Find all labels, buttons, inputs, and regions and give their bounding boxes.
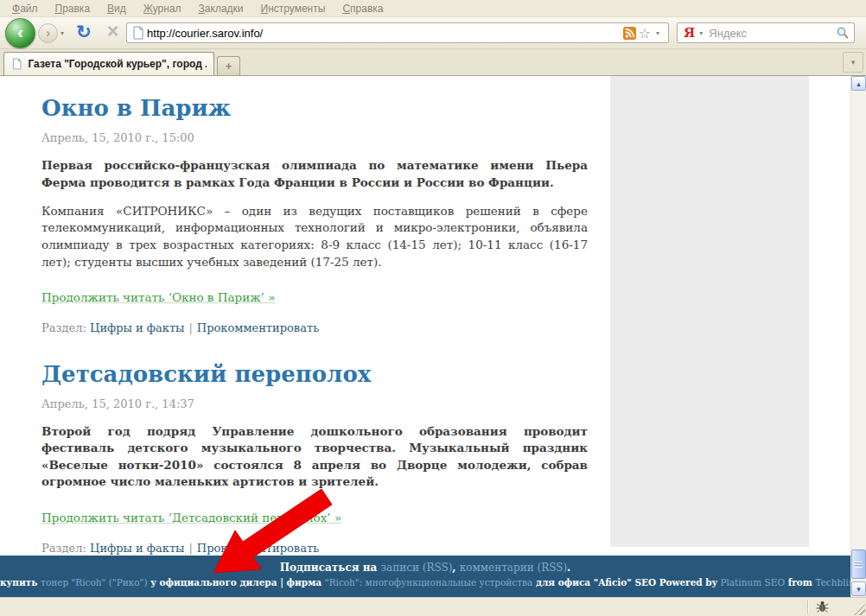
read-more-link[interactable]: Продолжить читать ‘Окно в Париж’ » xyxy=(41,290,275,304)
tab-active[interactable]: Газета "Городской курьер", город ... xyxy=(3,52,214,75)
meta-separator: | xyxy=(184,542,196,555)
back-icon: ‹ xyxy=(17,22,23,42)
article-date: Апрель, 15, 2010 г., 14:37 xyxy=(41,397,588,410)
tab-page-icon xyxy=(11,58,22,70)
footer-link-posts-rss[interactable]: записи (RSS) xyxy=(380,562,452,574)
footer-text: . xyxy=(567,562,570,574)
scroll-down-icon: ▾ xyxy=(856,585,861,594)
article-meta: Раздел: Цифры и факты|Прокомментировать xyxy=(41,321,588,334)
article: Окно в Париж Апрель, 15, 2010 г., 15:00 … xyxy=(41,95,588,334)
stop-button[interactable]: × xyxy=(99,20,126,43)
footer-link-comments-rss[interactable]: комментарии (RSS) xyxy=(460,562,567,574)
article: Детсадовский переполох Апрель, 15, 2010 … xyxy=(41,361,588,555)
footer-text: from xyxy=(785,577,815,587)
scroll-up-button[interactable]: ▴ xyxy=(851,76,866,91)
footer-text: у официального дилера | фирма xyxy=(148,577,325,587)
comment-link[interactable]: Прокомментировать xyxy=(197,542,319,555)
scroll-up-icon: ▴ xyxy=(856,79,861,88)
chevron-down-icon: ▾ xyxy=(851,58,856,67)
status-bar xyxy=(0,597,866,616)
page-icon xyxy=(131,26,145,40)
article-title-link[interactable]: Окно в Париж xyxy=(41,95,588,122)
section-label: Раздел: xyxy=(41,542,86,555)
menu-item-edit[interactable]: Правка xyxy=(47,1,99,16)
forward-icon: › xyxy=(46,26,50,40)
footer-text: купить xyxy=(0,577,41,587)
article-meta: Раздел: Цифры и факты|Прокомментировать xyxy=(41,542,588,555)
section-link[interactable]: Цифры и факты xyxy=(90,321,184,334)
read-more-link[interactable]: Продолжить читать ‘Детсадовский переполо… xyxy=(41,511,341,524)
navigation-toolbar: ‹ › ▾ ↻ × ☆ ▾ Я ▾ xyxy=(0,17,866,49)
vertical-scrollbar[interactable]: ▴ ▾ xyxy=(850,76,866,597)
article-date: Апрель, 15, 2010 г., 15:00 xyxy=(41,131,588,144)
menu-item-view[interactable]: Вид xyxy=(99,1,135,16)
article-title-link[interactable]: Детсадовский переполох xyxy=(41,361,588,388)
comment-link[interactable]: Прокомментировать xyxy=(197,321,319,334)
footer-link-techblissonline[interactable]: Techblissonline xyxy=(815,577,850,587)
bookmark-star-icon[interactable]: ☆ xyxy=(636,25,653,41)
footer-subscribe-line: Подписаться на записи (RSS), комментарии… xyxy=(0,562,850,575)
bookmark-dropdown-icon[interactable]: ▾ xyxy=(653,29,664,37)
article-body: Компания «СИТРОНИКС» – один из ведущих п… xyxy=(41,203,588,270)
scrollbar-thumb[interactable] xyxy=(851,549,866,579)
menu-item-history[interactable]: Журнал xyxy=(135,1,190,16)
menu-bar: Файл Правка Вид Журнал Закладки Инструме… xyxy=(0,0,866,17)
tab-list-dropdown-button[interactable]: ▾ xyxy=(843,52,863,73)
menu-item-file[interactable]: Файл xyxy=(3,1,47,16)
article-lead: Первая российско-французская олимпиада п… xyxy=(41,157,588,191)
section-label: Раздел: xyxy=(41,321,86,334)
url-input[interactable] xyxy=(145,26,623,41)
article-lead: Второй год подряд Управление дошкольного… xyxy=(41,423,588,491)
section-link[interactable]: Цифры и факты xyxy=(90,542,184,555)
site-footer: Подписаться на записи (RSS), комментарии… xyxy=(0,556,850,597)
yandex-logo-icon: Я xyxy=(682,25,697,41)
search-engine-dropdown-icon[interactable]: ▾ xyxy=(697,29,707,37)
search-magnifier-icon[interactable] xyxy=(836,26,850,40)
footer-link-ricoh[interactable]: "Ricoh": многофункциональные устройства xyxy=(325,577,532,587)
menu-item-help[interactable]: Справка xyxy=(334,1,392,16)
tab-bar: Газета "Городской курьер", город ... + ▾ xyxy=(0,49,866,76)
footer-text: , xyxy=(452,562,459,574)
window-resize-grip[interactable] xyxy=(854,604,865,615)
back-button[interactable]: ‹ xyxy=(5,18,35,48)
search-box[interactable]: Я ▾ xyxy=(677,22,855,43)
footer-text: Подписаться на xyxy=(280,562,381,574)
status-divider xyxy=(807,600,809,613)
menu-item-bookmarks[interactable]: Закладки xyxy=(190,1,252,16)
menu-item-tools[interactable]: Инструменты xyxy=(252,1,334,16)
page-viewport: Окно в Париж Апрель, 15, 2010 г., 15:00 … xyxy=(0,76,850,597)
address-bar[interactable]: ☆ ▾ xyxy=(126,22,669,43)
footer-link-platinum-seo[interactable]: Platinum SEO xyxy=(720,577,785,587)
plus-icon: + xyxy=(226,60,232,73)
footer-credits-line: купить тонер "Ricoh" ("Рико") у официаль… xyxy=(0,576,850,589)
footer-text: для офиса "Aficio" SEO Powered by xyxy=(532,577,720,587)
new-tab-button[interactable]: + xyxy=(217,56,240,75)
reload-button[interactable]: ↻ xyxy=(68,22,99,42)
article-list: Окно в Париж Апрель, 15, 2010 г., 15:00 … xyxy=(41,76,588,597)
extension-bug-icon[interactable] xyxy=(815,600,830,614)
scroll-down-button[interactable]: ▾ xyxy=(851,581,866,596)
search-input[interactable] xyxy=(707,26,836,41)
sidebar-placeholder xyxy=(610,76,809,547)
history-dropdown-icon[interactable]: ▾ xyxy=(58,29,68,37)
forward-button[interactable]: › xyxy=(38,23,58,43)
tab-title: Газета "Городской курьер", город ... xyxy=(28,58,207,70)
meta-separator: | xyxy=(184,321,196,334)
footer-link-toner[interactable]: тонер "Ricoh" ("Рико") xyxy=(41,577,147,587)
rss-icon[interactable] xyxy=(623,27,636,40)
